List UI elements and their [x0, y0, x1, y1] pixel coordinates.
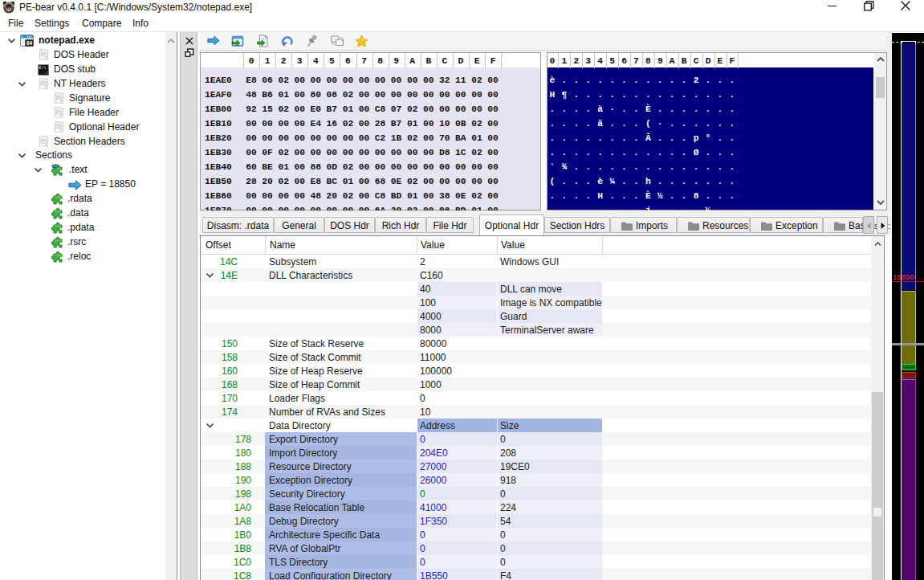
svg-text:C:\: C:\: [39, 66, 47, 71]
svg-text:64: 64: [26, 40, 33, 46]
